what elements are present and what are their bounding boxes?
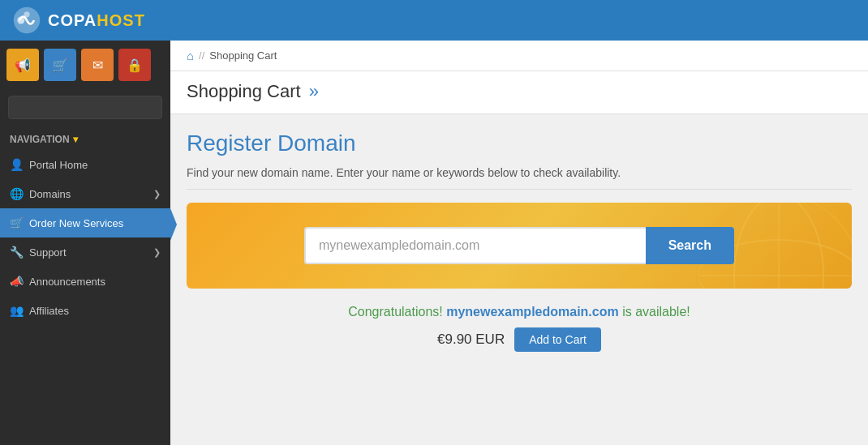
sidebar-search-container [0,89,170,126]
sidebar-item-portal-home[interactable]: 👤 Portal Home [0,150,170,179]
cart-icon-btn[interactable]: 🛒 [44,49,76,81]
breadcrumb-separator: // [199,49,204,62]
home-icon[interactable]: ⌂ [187,49,194,62]
register-domain-title: Register Domain [187,131,852,156]
logo: COPAHOST [12,6,145,35]
portal-home-icon: 👤 [10,158,23,171]
sidebar: 📢 🛒 ✉ 🔒 NAVIGATION ▾ 👤 Portal Home 🌐 Dom… [0,41,170,445]
support-icon: 🔧 [10,246,23,259]
sidebar-item-announcements[interactable]: 📣 Announcements [0,267,170,296]
domain-search-inner: Search [304,227,734,264]
content-area: ⌂ // Shopping Cart Shopping Cart » Regis… [170,41,868,445]
domains-icon: 🌐 [10,187,23,200]
page-title-bar: Shopping Cart » [170,71,868,114]
breadcrumb-current: Shopping Cart [209,49,277,62]
sidebar-item-support[interactable]: 🔧 Support ❯ [0,237,170,267]
available-domain-name: mynewexampledomain.com [446,305,619,319]
domain-price: €9.90 EUR [437,332,505,348]
logo-text: COPAHOST [48,11,145,30]
breadcrumb: ⌂ // Shopping Cart [170,41,868,71]
search-button[interactable]: Search [646,227,734,264]
title-arrow: » [309,81,319,101]
domains-chevron-icon: ❯ [153,189,161,199]
content-body: Register Domain Find your new domain nam… [170,114,868,368]
nav-label: NAVIGATION ▾ [0,126,170,150]
support-chevron-icon: ❯ [153,247,161,258]
svg-point-2 [24,11,29,17]
sidebar-item-order-new-services[interactable]: 🛒 Order New Services [0,208,170,237]
sidebar-search-input[interactable] [8,96,162,119]
mail-icon-btn[interactable]: ✉ [81,49,114,81]
price-area: €9.90 EUR Add to Cart [187,327,852,352]
svg-point-1 [17,17,24,24]
sidebar-item-domains[interactable]: 🌐 Domains ❯ [0,179,170,208]
top-header: COPAHOST [0,0,868,41]
domain-search-banner: Search [187,203,852,289]
nav-chevron-icon: ▾ [73,134,78,145]
announcements-nav-icon: 📣 [10,275,23,288]
domain-description: Find your new domain name. Enter your na… [187,166,852,190]
availability-result: Congratulations! mynewexampledomain.com … [187,305,852,319]
sidebar-item-affiliates[interactable]: 👥 Affiliates [0,296,170,325]
domain-search-input[interactable] [304,227,646,264]
page-title: Shopping Cart » [187,81,852,102]
announcements-icon-btn[interactable]: 📢 [6,49,39,81]
icon-bar: 📢 🛒 ✉ 🔒 [0,41,170,89]
order-icon: 🛒 [10,216,23,229]
lock-icon-btn[interactable]: 🔒 [118,49,151,81]
affiliates-icon: 👥 [10,304,23,317]
add-to-cart-button[interactable]: Add to Cart [514,327,601,352]
logo-icon [12,6,41,35]
